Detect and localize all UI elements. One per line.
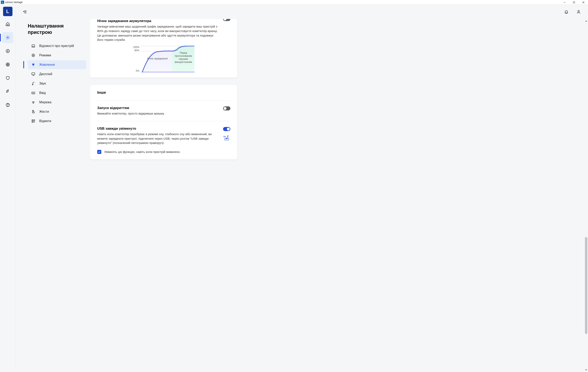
rail-diagnostics[interactable] — [2, 59, 13, 70]
flip-to-start-toggle[interactable] — [223, 106, 230, 111]
nav-label: Дисплей — [39, 72, 52, 76]
svg-text:SS: SS — [223, 135, 226, 137]
nav-label: Живлення — [39, 63, 55, 67]
gear-outline-icon — [31, 53, 36, 57]
keyboard-icon — [31, 91, 36, 95]
ytick-0: 0% — [136, 69, 139, 72]
svg-point-13 — [32, 84, 33, 85]
rail-help[interactable] — [2, 99, 13, 111]
svg-marker-10 — [32, 54, 34, 57]
nav-label: Мережа — [39, 101, 52, 104]
scrollbar-track[interactable] — [584, 22, 588, 369]
svg-rect-12 — [32, 73, 35, 75]
nav-label: Жести — [39, 110, 49, 114]
nav-audio[interactable]: Звук — [28, 79, 86, 88]
always-on-usb-desc: Навіть коли комп'ютер перебуває в режимі… — [97, 132, 219, 145]
night-charging-desc: Vantage вивчатиме ваш щоденний графік за… — [97, 24, 219, 42]
menu-toggle-button[interactable] — [21, 8, 29, 16]
ytick-80: 80% — [134, 49, 139, 52]
svg-point-19 — [228, 137, 228, 137]
always-on-usb-checkbox-label: Увімкніть цю функцію, навіть коли пристр… — [104, 150, 180, 154]
app-icon: L — [1, 1, 4, 4]
close-button[interactable] — [579, 0, 588, 4]
nav-label: Режими — [39, 53, 51, 57]
svg-rect-9 — [32, 45, 34, 47]
charging-chart: 100% 80% 0% — [97, 42, 230, 72]
maximize-button[interactable] — [569, 0, 579, 4]
rail-downloads[interactable] — [2, 46, 13, 57]
topbar — [16, 5, 588, 19]
always-on-usb-toggle[interactable] — [223, 127, 230, 131]
scroll-up-arrow[interactable] — [585, 20, 587, 22]
nav-label: Віджети — [39, 119, 51, 123]
wifi-icon — [31, 100, 36, 104]
ss-usb-icon: SS — [223, 135, 230, 142]
night-charging-toggle[interactable] — [223, 19, 230, 21]
svg-rect-0 — [573, 1, 575, 3]
svg-point-11 — [33, 55, 34, 56]
svg-point-8 — [578, 10, 579, 12]
svg-point-5 — [7, 64, 8, 65]
night-charging-title: Нічне заряджання акумулятора — [97, 19, 219, 23]
nav-display[interactable]: Дисплей — [28, 70, 86, 79]
app-logo[interactable]: L — [3, 7, 12, 16]
svg-rect-16 — [34, 120, 35, 121]
laptop-icon — [31, 44, 36, 48]
nav-gestures[interactable]: Жести — [28, 107, 86, 116]
flip-to-start-desc: Вмикайте комп'ютер, просто відкривши кри… — [97, 111, 219, 116]
nav-network[interactable]: Мережа — [28, 98, 86, 107]
svg-rect-15 — [32, 120, 33, 121]
nav-modes[interactable]: Режими — [28, 51, 86, 60]
widgets-icon — [31, 119, 36, 123]
minimize-button[interactable] — [560, 0, 569, 4]
scroll-down-arrow[interactable] — [585, 369, 587, 371]
music-note-icon — [31, 82, 36, 85]
rail-security[interactable] — [2, 72, 13, 83]
nav-device-info[interactable]: Відомості про пристрій — [28, 41, 86, 51]
page-title: Налаштування пристрою — [28, 23, 86, 35]
svg-rect-14 — [32, 92, 35, 94]
nav-power[interactable]: Живлення — [28, 60, 86, 69]
content-area: Нічне заряджання акумулятора Vantage вив… — [90, 19, 584, 372]
nav-rail: L — [0, 5, 16, 372]
vertical-scrollbar[interactable] — [584, 19, 588, 372]
rail-settings[interactable] — [2, 32, 13, 43]
svg-rect-17 — [32, 122, 33, 123]
window-titlebar: L Lenovo Vantage — [0, 0, 588, 4]
nav-widgets[interactable]: Віджети — [28, 117, 86, 125]
settings-side-nav: Налаштування пристрою Відомості про прис… — [16, 19, 90, 372]
always-on-usb-title: USB завжди увімкнуто — [97, 127, 219, 131]
notifications-button[interactable] — [562, 8, 570, 16]
always-on-usb-when-off-checkbox[interactable] — [97, 150, 101, 154]
other-section-title: Інше — [97, 90, 230, 95]
window-title: Lenovo Vantage — [5, 1, 560, 4]
chart-label-night: Нічне заряджання — [147, 57, 168, 60]
svg-point-1 — [7, 37, 8, 38]
touch-icon — [31, 110, 36, 114]
svg-point-7 — [8, 106, 8, 106]
night-charging-card: Нічне заряджання акумулятора Vantage вив… — [90, 19, 237, 78]
plug-icon — [31, 63, 36, 67]
nav-label: Відомості про пристрій — [39, 44, 74, 48]
other-card: Інше Запуск відкриттям Вмикайте комп'юте… — [90, 85, 237, 159]
monitor-icon — [31, 72, 36, 76]
nav-label: Ввід — [39, 91, 46, 95]
chart-label-before-use: Перед прогнозованим першим використанням — [172, 52, 194, 64]
nav-label: Звук — [39, 82, 46, 85]
ytick-100: 100% — [133, 46, 139, 49]
account-button[interactable] — [575, 8, 583, 16]
flip-to-start-title: Запуск відкриттям — [97, 106, 219, 110]
scrollbar-thumb[interactable] — [585, 237, 587, 334]
rail-home[interactable] — [2, 19, 13, 30]
rail-performance[interactable] — [2, 86, 13, 97]
nav-input[interactable]: Ввід — [28, 88, 86, 97]
